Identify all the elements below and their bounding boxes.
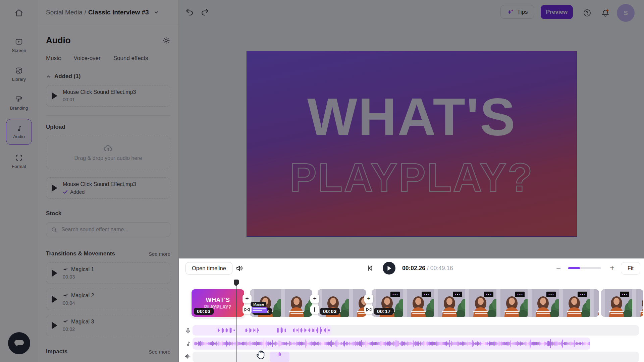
skip-to-start-button[interactable] <box>366 264 374 272</box>
zoom-in-button[interactable]: + <box>608 263 616 273</box>
sound-effect-item-magical-1[interactable]: Magical 1 00:03 <box>46 262 170 284</box>
sound-effect-search[interactable] <box>46 222 170 237</box>
tab-voice-over[interactable]: Voice-over <box>73 55 100 62</box>
sidebar-item-screen[interactable]: Screen <box>0 38 38 53</box>
sound-effect-item-magical-2[interactable]: Magical 2 00:04 <box>46 289 170 310</box>
fit-button[interactable]: Fit <box>621 262 640 275</box>
app-screen: Screen Library Branding Audio Format <box>0 0 644 362</box>
notifications-button[interactable] <box>601 8 610 18</box>
open-timeline-button[interactable]: Open timeline <box>185 262 232 275</box>
check-icon <box>63 190 68 194</box>
impacts-see-more[interactable]: See more <box>149 349 170 355</box>
clip-duration-badge: 00:17 <box>374 308 394 315</box>
audio-panel: Social Media / Classic Interview #3 Audi… <box>38 0 179 362</box>
search-input[interactable] <box>61 226 165 233</box>
left-rail: Screen Library Branding Audio Format <box>0 0 38 362</box>
add-element-button[interactable]: + <box>364 294 373 303</box>
play-icon[interactable] <box>52 296 57 303</box>
avatar[interactable]: S <box>617 4 635 22</box>
canvas-title-line1: WHAT'S <box>307 90 516 143</box>
timeline-clip-5[interactable] <box>601 289 643 317</box>
voiceover-track[interactable] <box>193 325 639 336</box>
transition-button[interactable] <box>243 305 252 314</box>
sidebar-item-library[interactable]: Library <box>0 66 38 82</box>
play-button[interactable] <box>383 262 395 275</box>
support-chat-button[interactable] <box>8 332 30 354</box>
cut-marker-button[interactable] <box>310 305 319 314</box>
add-element-button[interactable]: + <box>243 294 252 303</box>
breadcrumb[interactable]: Social Media / Classic Interview #3 <box>46 9 159 16</box>
sound-effect-duration: 00:03 <box>63 274 94 281</box>
speaker-label: Marine <box>251 302 266 307</box>
zoom-out-button[interactable]: − <box>554 263 562 273</box>
play-icon[interactable] <box>52 269 57 277</box>
stock-section-label: Stock <box>46 210 170 217</box>
current-time: 00:02.26 <box>402 265 425 272</box>
sfx-track[interactable] <box>193 352 639 362</box>
time-display: 00:02.26 / 00:49.16 <box>402 265 453 272</box>
sidebar-item-format[interactable]: Format <box>0 154 38 169</box>
gear-icon[interactable] <box>162 36 170 45</box>
audio-icon <box>15 125 23 132</box>
sparkle-icon <box>63 267 68 273</box>
clip-duration-badge: 00:03 <box>194 308 214 315</box>
clip-duration-badge: 00:03 <box>320 308 340 315</box>
playhead-line <box>236 286 236 362</box>
sfx-track-icon <box>183 354 193 359</box>
sound-effect-name: Magical 3 <box>71 318 94 325</box>
search-icon <box>51 227 57 233</box>
transitions-see-more[interactable]: See more <box>149 251 170 257</box>
sidebar-item-branding[interactable]: Branding <box>0 95 38 111</box>
play-icon[interactable] <box>52 322 57 329</box>
audio-dropzone[interactable]: Drag & drop your audio here <box>46 136 170 169</box>
help-button[interactable] <box>583 8 592 17</box>
redo-button[interactable] <box>200 7 210 17</box>
zoom-slider-fill <box>568 267 580 269</box>
play-icon[interactable] <box>52 92 57 100</box>
time-separator: / <box>425 265 430 272</box>
sparkles-icon <box>507 8 514 16</box>
playhead[interactable] <box>233 280 239 362</box>
canvas-title-line2: PLAYPLAY? <box>290 157 534 197</box>
audio-item-duration: 00:01 <box>63 97 136 103</box>
sparkle-icon <box>63 319 68 325</box>
plus-icon: + <box>245 295 249 302</box>
timeline-panel: Open timeline 00:02.26 / 00:49.16 − <box>179 258 644 362</box>
volume-button[interactable] <box>235 264 244 273</box>
voiceover-clip[interactable] <box>193 325 331 336</box>
chevron-down-icon[interactable] <box>154 10 159 15</box>
voiceover-track-icon <box>183 328 193 334</box>
sidebar-item-label: Format <box>12 164 26 169</box>
panel-tabs: Music Voice-over Sound effects <box>46 55 170 62</box>
music-track-clip[interactable] <box>193 338 590 350</box>
tab-sound-effects[interactable]: Sound effects <box>113 55 148 62</box>
impacts-section-label: Impacts <box>46 348 67 355</box>
sound-effect-item-magical-3[interactable]: Magical 3 00:02 <box>46 315 170 336</box>
uploaded-audio-item[interactable]: Mouse Click Sound Effect.mp3 Added <box>46 177 170 199</box>
branding-icon <box>15 95 23 104</box>
video-canvas[interactable]: WHAT'S PLAYPLAY? <box>247 51 577 237</box>
open-timeline-label: Open timeline <box>192 265 226 272</box>
sidebar-item-label: Audio <box>13 134 25 139</box>
sound-effect-duration: 00:02 <box>63 326 94 333</box>
sidebar-item-audio[interactable]: Audio <box>6 119 32 145</box>
tips-button[interactable]: Tips <box>500 5 534 19</box>
subtitle-chip <box>251 307 267 313</box>
play-icon[interactable] <box>52 184 57 192</box>
play-icon <box>387 265 392 271</box>
added-audio-item[interactable]: Mouse Click Sound Effect.mp3 00:01 <box>46 85 170 107</box>
audio-item-name: Mouse Click Sound Effect.mp3 <box>63 88 136 96</box>
preview-button[interactable]: Preview <box>541 5 573 19</box>
sound-effect-name: Magical 2 <box>71 292 94 299</box>
undo-button[interactable] <box>185 7 194 17</box>
tab-music[interactable]: Music <box>46 55 61 62</box>
add-element-button[interactable]: + <box>310 294 319 303</box>
sfx-clip-mouse-click[interactable] <box>270 352 289 362</box>
timeline-clip-3[interactable]: 00:03 <box>318 289 366 317</box>
timeline-clip-4[interactable]: 00:17 <box>372 289 599 317</box>
added-section-toggle[interactable]: Added (1) <box>46 73 170 80</box>
cloud-upload-icon <box>103 144 113 153</box>
transition-button[interactable] <box>364 305 373 314</box>
zoom-slider[interactable] <box>568 267 601 269</box>
transition-bowtie-icon <box>366 307 372 312</box>
